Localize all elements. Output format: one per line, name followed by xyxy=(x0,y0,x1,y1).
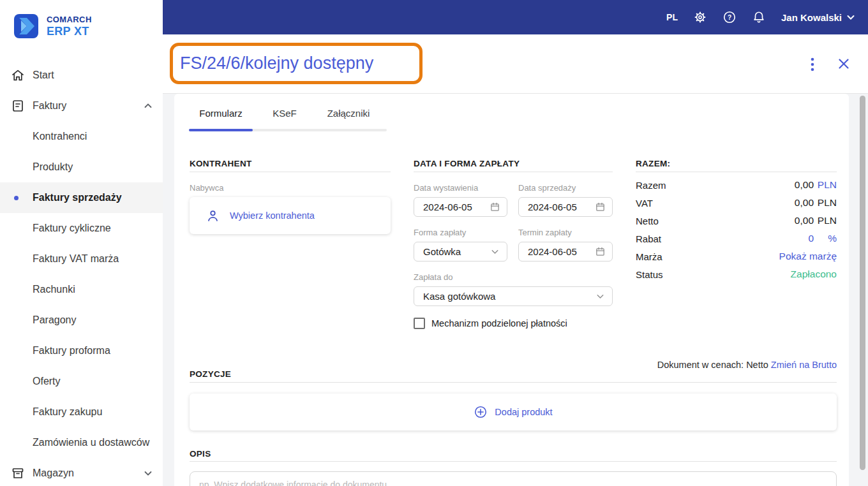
total-row-razem: Razem 0,00 PLN xyxy=(636,176,837,194)
sidebar-item-label: Zamówienia u dostawców xyxy=(33,437,149,448)
sidebar-item-start[interactable]: Start xyxy=(0,60,163,91)
brand-line2: ERP XT xyxy=(47,25,92,38)
sidebar-item-magazyn[interactable]: Magazyn xyxy=(0,458,163,486)
document-title[interactable]: FS/24/6/kolejny dostępny xyxy=(173,54,373,73)
help-icon[interactable]: ? xyxy=(722,10,737,24)
document-header: FS/24/6/kolejny dostępny xyxy=(163,34,868,94)
sidebar-item-rachunki[interactable]: Rachunki xyxy=(0,274,163,305)
tab-bar: Formularz KSeF Załączniki xyxy=(189,108,380,128)
sale-date-field[interactable]: 2024-06-05 xyxy=(518,197,613,217)
sidebar-item-faktury-sprzedazy[interactable]: Faktury sprzedaży xyxy=(0,182,163,213)
sidebar-item-faktury-proforma[interactable]: Faktury proforma xyxy=(0,335,163,366)
split-payment-label: Mechanizm podzielonej płatności xyxy=(431,318,567,328)
tab-underline-track xyxy=(189,129,387,131)
sidebar-item-label: Rachunki xyxy=(33,284,75,295)
sidebar-item-label: Faktury xyxy=(33,100,66,112)
currency-selector[interactable]: PLN xyxy=(814,179,837,191)
issue-date-field[interactable]: 2024-06-05 xyxy=(414,197,507,217)
add-product-button[interactable]: Dodaj produkt xyxy=(190,394,837,431)
tab-ksef[interactable]: KSeF xyxy=(253,108,317,128)
sale-date-value: 2024-06-05 xyxy=(528,202,595,212)
tab-zalaczniki[interactable]: Załączniki xyxy=(317,108,380,128)
warehouse-icon xyxy=(10,466,26,481)
section-divider xyxy=(636,172,837,172)
sidebar-item-zamowienia-u-dostawcow[interactable]: Zamówienia u dostawców xyxy=(0,427,163,458)
sidebar-item-label: Paragony xyxy=(33,314,77,326)
pricing-note-text: Dokument w cenach: Netto xyxy=(657,360,768,370)
tab-formularz[interactable]: Formularz xyxy=(189,108,253,128)
change-to-brutto-link[interactable]: Zmień na Brutto xyxy=(771,360,837,370)
sidebar-item-label: Faktury VAT marża xyxy=(33,253,119,265)
choose-contractor-button[interactable]: Wybierz kontrahenta xyxy=(190,197,391,234)
payment-form-select[interactable]: Gotówka xyxy=(414,242,507,261)
section-divider xyxy=(190,461,837,462)
sidebar-item-label: Magazyn xyxy=(33,468,74,479)
sidebar-item-faktury[interactable]: Faktury xyxy=(0,91,163,121)
topbar: PL ? Jan Kowalski xyxy=(163,0,868,34)
close-icon[interactable] xyxy=(837,57,850,70)
payment-form-label: Forma zapłaty xyxy=(414,228,466,237)
discount-value[interactable]: 0 xyxy=(808,233,814,244)
brand-line1: COMARCH xyxy=(47,15,92,24)
total-row-vat: VAT 0,00 PLN xyxy=(636,194,837,212)
gear-icon[interactable] xyxy=(693,10,707,24)
sidebar-item-oferty[interactable]: Oferty xyxy=(0,366,163,397)
total-label: VAT xyxy=(636,198,795,209)
invoice-icon xyxy=(10,98,26,114)
plus-circle-icon xyxy=(474,405,488,419)
total-unit: PLN xyxy=(814,197,837,209)
split-payment-checkbox[interactable] xyxy=(414,318,425,329)
sidebar-item-faktury-zakupu[interactable]: Faktury zakupu xyxy=(0,397,163,427)
section-divider xyxy=(414,172,613,172)
sidebar-item-label: Faktury cykliczne xyxy=(33,223,111,234)
sidebar-item-kontrahenci[interactable]: Kontrahenci xyxy=(0,121,163,152)
payment-form-value: Gotówka xyxy=(423,246,490,257)
pricing-note: Dokument w cenach: Netto Zmień na Brutto xyxy=(657,360,837,370)
sidebar-item-faktury-vat-marza[interactable]: Faktury VAT marża xyxy=(0,244,163,274)
payment-due-value: 2024-06-05 xyxy=(528,246,595,257)
section-title-opis: OPIS xyxy=(190,449,211,459)
kebab-menu-icon[interactable] xyxy=(807,57,818,72)
user-menu[interactable]: Jan Kowalski xyxy=(781,12,855,23)
total-label: Rabat xyxy=(636,233,808,244)
status-badge[interactable]: Zapłacono xyxy=(791,269,837,280)
total-row-netto: Netto 0,00 PLN xyxy=(636,212,837,230)
sidebar-item-faktury-cykliczne[interactable]: Faktury cykliczne xyxy=(0,213,163,244)
content-area: Formularz KSeF Załączniki KONTRAHENT Nab… xyxy=(163,94,868,486)
total-row-rabat: Rabat 0 % xyxy=(636,230,837,247)
bell-icon[interactable] xyxy=(752,10,766,24)
pay-to-select[interactable]: Kasa gotówkowa xyxy=(414,286,613,306)
totals-rows: Razem 0,00 PLN VAT 0,00 PLN Netto 0,00 P… xyxy=(636,176,837,283)
comarch-logo[interactable]: COMARCH ERP XT xyxy=(14,14,92,38)
sidebar-item-produkty[interactable]: Produkty xyxy=(0,152,163,182)
add-product-label: Dodaj produkt xyxy=(495,407,552,417)
svg-text:?: ? xyxy=(728,14,731,21)
brand-text: COMARCH ERP XT xyxy=(47,15,92,38)
language-selector[interactable]: PL xyxy=(666,12,678,22)
calendar-icon[interactable] xyxy=(595,246,606,257)
section-title-totals: RAZEM: xyxy=(636,159,670,168)
user-name: Jan Kowalski xyxy=(781,12,842,23)
buyer-label: Nabywca xyxy=(190,183,223,193)
calendar-icon[interactable] xyxy=(490,202,500,212)
section-title-payment: DATA I FORMA ZAPŁATY xyxy=(414,159,520,168)
choose-contractor-label: Wybierz kontrahenta xyxy=(230,210,315,221)
tab-underline-active xyxy=(189,129,253,131)
sidebar-item-paragony[interactable]: Paragony xyxy=(0,305,163,335)
chevron-down-icon xyxy=(490,246,500,257)
description-textarea[interactable] xyxy=(190,471,837,486)
section-divider xyxy=(190,382,837,383)
total-label: Netto xyxy=(636,216,795,226)
sale-date-label: Data sprzedaży xyxy=(518,183,576,193)
payment-due-field[interactable]: 2024-06-05 xyxy=(518,242,613,261)
section-title-pozycje: POZYCJE xyxy=(190,369,231,379)
vertical-scrollbar[interactable] xyxy=(860,96,865,470)
home-icon xyxy=(10,68,26,83)
chevron-down-icon xyxy=(846,13,855,22)
total-label: Razem xyxy=(636,180,795,191)
calendar-icon[interactable] xyxy=(595,202,606,212)
total-row-status: Status Zapłacono xyxy=(636,265,837,283)
sidebar-item-label: Faktury sprzedaży xyxy=(33,192,122,203)
pay-to-value: Kasa gotówkowa xyxy=(423,291,595,302)
show-margin-link[interactable]: Pokaż marżę xyxy=(779,251,837,262)
